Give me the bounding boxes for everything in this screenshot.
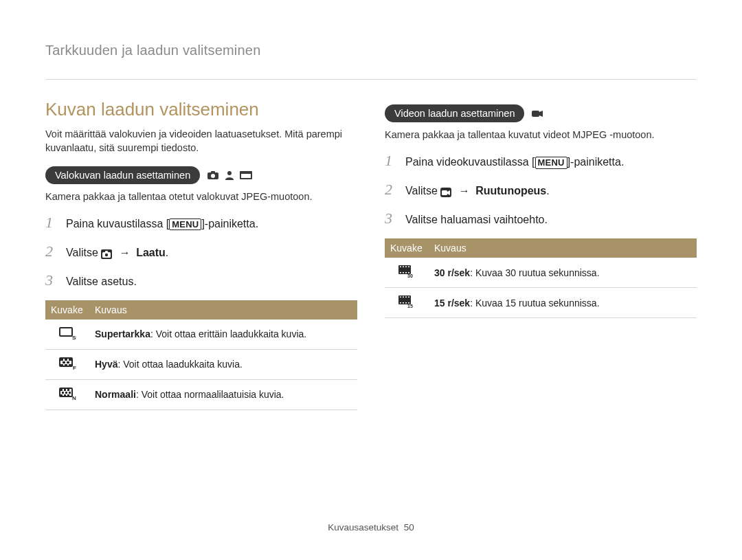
photo-steps: 1 Paina kuvaustilassa [MENU]-painiketta.… [45,214,357,289]
photo-caption: Kamera pakkaa ja tallentaa otetut valoku… [45,190,357,204]
svg-text:30: 30 [407,273,413,278]
svg-rect-33 [69,392,71,394]
svg-rect-51 [400,297,401,298]
intro-paragraph: Voit määrittää valokuvien ja videoiden l… [45,127,357,155]
step-1: 1 Paina videokuvaustilassa [MENU]-painik… [385,152,697,170]
svg-rect-53 [405,297,407,298]
step-2: 2 Valitse → Laatu. [45,243,357,260]
page-footer: Kuvausasetukset 50 [0,522,742,533]
svg-rect-30 [67,389,69,391]
bold-term: Supertarkka [95,328,150,339]
text-fragment: Valitse [66,247,101,258]
photo-quality-table: Kuvake Kuvaus SF Supertarkka: Voit ottaa… [45,300,357,410]
table-row: SF Supertarkka: Voit ottaa erittäin laad… [45,320,357,350]
svg-rect-29 [64,389,66,391]
svg-rect-55 [400,302,401,304]
fine-icon: F [58,357,76,370]
cell-desc: 30 r/sek: Kuvaa 30 ruutua sekunnissa. [429,258,697,288]
step-text: Paina videokuvaustilassa [MENU]-painiket… [405,156,624,169]
step-number: 1 [45,214,58,232]
svg-rect-44 [408,267,409,268]
svg-rect-52 [403,297,404,298]
svg-rect-47 [405,272,407,273]
cell-desc: Hyvä: Voit ottaa laadukkaita kuvia. [89,349,357,379]
text-fragment: Paina kuvaustilassa [ [66,218,169,229]
camera-icon [101,249,112,259]
step-text: Valitse → Laatu. [66,247,168,259]
step-3: 3 Valitse haluamasi vaihtoehto. [385,210,697,227]
mode-icons [531,109,543,118]
step-number: 2 [385,181,397,199]
bold-term: Hyvä [95,359,117,370]
svg-rect-46 [403,272,404,273]
svg-rect-12 [60,328,71,335]
fps15-icon: 15 [398,295,416,309]
text-fragment: : Voit ottaa normaalilaatuisia kuvia. [136,389,284,400]
mode-icons: P [207,170,252,180]
bold-term: 15 r/sek [434,298,470,309]
th-icon: Kuvake [385,238,429,258]
cell-desc: Normaali: Voit ottaa normaalilaatuisia k… [89,379,357,410]
superfine-icon: SF [58,326,76,340]
pill-photo-quality: Valokuvan laadun asettaminen [45,166,200,184]
svg-point-2 [211,174,215,178]
camcorder-icon [440,188,451,197]
svg-text:15: 15 [407,304,413,309]
svg-rect-17 [60,359,63,361]
svg-rect-7 [241,172,251,174]
svg-rect-9 [105,251,108,253]
svg-rect-57 [405,302,407,304]
svg-rect-39 [442,190,447,195]
svg-rect-36 [67,394,69,396]
bold-term: Laatu [136,247,166,258]
svg-rect-20 [63,361,65,363]
table-row: 30 30 r/sek: Kuvaa 30 ruutua sekunnissa. [385,258,697,288]
svg-rect-45 [400,272,401,273]
person-icon [223,170,236,180]
step-text: Valitse haluamasi vaihtoehto. [405,214,548,226]
svg-rect-23 [65,364,67,366]
svg-rect-18 [65,359,67,361]
step-number: 3 [385,210,397,227]
camera-p-icon: P [207,170,219,180]
text-fragment: : Voit ottaa erittäin laadukkaita kuvia. [150,328,306,339]
svg-rect-43 [405,267,407,268]
svg-text:F: F [73,365,76,370]
text-fragment: : Voit ottaa laadukkaita kuvia. [117,359,242,370]
step-text: Paina kuvaustilassa [MENU]-painiketta. [66,218,258,231]
step-number: 2 [45,243,58,260]
svg-text:SF: SF [72,335,76,340]
scene-icon [240,170,252,180]
svg-rect-19 [69,359,71,361]
th-icon: Kuvake [45,300,89,320]
fps30-icon: 30 [398,265,416,278]
svg-rect-54 [408,297,409,298]
svg-rect-24 [69,364,71,366]
step-text: Valitse asetus. [66,276,137,288]
svg-rect-34 [60,394,63,396]
page-number: 50 [404,522,414,533]
text-fragment: . [546,185,549,197]
subsection-header-photo: Valokuvan laadun asettaminen P [45,166,357,184]
cell-desc: 15 r/sek: Kuvaa 15 ruutua sekunnissa. [429,288,697,318]
footer-section-label: Kuvausasetukset [328,522,398,533]
page: Tarkkuuden ja laadun valitseminen Kuvan … [0,0,742,410]
svg-rect-56 [403,302,404,304]
subsection-header-video: Videon laadun asettaminen [385,104,697,122]
svg-rect-22 [60,364,63,366]
camcorder-icon [531,109,543,118]
cell-desc: Supertarkka: Voit ottaa erittäin laadukk… [89,320,357,350]
step-number: 1 [385,152,397,170]
left-column: Kuvan laadun valitseminen Voit määrittää… [45,99,357,410]
svg-rect-1 [211,171,215,173]
two-column-layout: Kuvan laadun valitseminen Voit määrittää… [45,99,697,410]
svg-rect-21 [67,361,69,363]
menu-chip: MENU [169,219,201,231]
text-fragment: Valitse [405,185,440,197]
text-fragment: . [166,247,168,258]
svg-rect-28 [60,389,63,391]
arrow: → [113,247,136,258]
bold-term: Ruutunopeus [475,185,546,197]
right-column: Videon laadun asettaminen Kamera pakkaa … [385,99,697,410]
bold-term: Normaali [95,389,136,400]
